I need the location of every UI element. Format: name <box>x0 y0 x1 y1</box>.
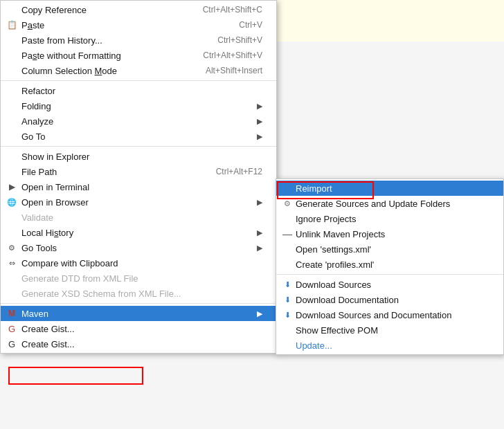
menu-shortcut-copy-ref: Ctrl+Alt+Shift+C <box>203 5 262 15</box>
menu-item-gen-dtd: Generate DTD from XML File <box>1 271 276 286</box>
submenu-arrow-open-browser: ▶ <box>257 198 262 207</box>
menu-item-paste-no-format[interactable]: Paste without FormattingCtrl+Alt+Shift+V <box>1 48 276 63</box>
menu-item-label-show-explorer: Show in Explorer <box>21 152 262 162</box>
menu-item-label-gen-xsd: Generate XSD Schema from XML File... <box>21 289 262 299</box>
submenu-label-ignore-projects: Ignore Projects <box>296 214 493 224</box>
menu-shortcut-paste-history: Ctrl+Shift+V <box>217 35 262 45</box>
submenu-item-reimport[interactable]: Reimport <box>276 181 503 196</box>
menu-separator <box>1 146 276 147</box>
menu-item-label-go-tools: Go Tools <box>21 243 250 253</box>
clipboard-icon: 📋 <box>4 20 19 30</box>
browser-icon: 🌐 <box>4 198 19 207</box>
submenu-item-open-settings[interactable]: Open 'settings.xml' <box>276 241 503 257</box>
menu-shortcut-paste-no-format: Ctrl+Alt+Shift+V <box>203 51 262 60</box>
menu-shortcut-column-select: Alt+Shift+Insert <box>206 66 262 75</box>
submenu-arrow-folding: ▶ <box>257 102 262 111</box>
menu-item-paste[interactable]: 📋PasteCtrl+V <box>1 17 276 33</box>
submenu-label-download-sources: Download Sources <box>296 280 493 290</box>
menu-item-label-open-browser: Open in Browser <box>21 197 250 208</box>
submenu-arrow-analyze: ▶ <box>257 117 262 126</box>
background-editor-area <box>269 0 504 42</box>
menu-item-goto[interactable]: Go To▶ <box>1 129 276 144</box>
menu-item-label-maven: Maven <box>21 309 250 319</box>
submenu-label-create-profiles: Create 'profiles.xml' <box>296 259 493 270</box>
submenu-label-download-docs: Download Documentation <box>296 295 493 305</box>
menu-separator <box>1 303 276 304</box>
menu-item-label-open-terminal: Open in Terminal <box>21 182 262 192</box>
submenu-item-update[interactable]: Update... <box>276 338 503 353</box>
menu-separator <box>1 80 276 81</box>
context-menu: Copy ReferenceCtrl+Alt+Shift+C📋PasteCtrl… <box>0 0 277 354</box>
menu-item-label-folding: Folding <box>21 101 250 111</box>
menu-item-label-column-select: Column Selection Mode <box>21 66 185 76</box>
menu-item-copy-ref[interactable]: Copy ReferenceCtrl+Alt+Shift+C <box>1 2 276 17</box>
menu-item-label-create-gist1: Create Gist... <box>21 324 262 334</box>
menu-item-label-paste: Paste <box>21 20 218 30</box>
menu-item-analyze[interactable]: Analyze▶ <box>1 113 276 129</box>
submenu-arrow-go-tools: ▶ <box>257 244 262 253</box>
menu-item-file-path[interactable]: File PathCtrl+Alt+F12 <box>1 164 276 179</box>
menu-item-refactor[interactable]: Refactor <box>1 83 276 98</box>
menu-item-validate: Validate <box>1 210 276 225</box>
menu-item-column-select[interactable]: Column Selection ModeAlt+Shift+Insert <box>1 63 276 78</box>
menu-item-label-copy-ref: Copy Reference <box>21 5 182 15</box>
terminal-icon: ▶ <box>4 182 19 192</box>
menu-item-label-paste-history: Paste from History... <box>21 35 197 46</box>
submenu-item-gen-sources[interactable]: ⚙Generate Sources and Update Folders <box>276 196 503 211</box>
menu-item-paste-history[interactable]: Paste from History...Ctrl+Shift+V <box>1 33 276 48</box>
gist-red-icon: G <box>4 324 19 334</box>
submenu-item-unlink-maven[interactable]: —Unlink Maven Projects <box>276 226 503 241</box>
menu-item-label-analyze: Analyze <box>21 116 250 127</box>
compare-icon: ⇔ <box>4 259 19 268</box>
submenu-separator <box>276 274 503 275</box>
submenu-item-show-pom[interactable]: Show Effective POM <box>276 322 503 338</box>
submenu-label-reimport: Reimport <box>296 183 493 194</box>
submenu-item-download-docs[interactable]: ⬇Download Documentation <box>276 292 503 307</box>
menu-item-create-gist1[interactable]: GCreate Gist... <box>1 321 276 336</box>
menu-item-local-history[interactable]: Local History▶ <box>1 225 276 240</box>
menu-shortcut-paste: Ctrl+V <box>239 20 262 30</box>
submenu-arrow-goto: ▶ <box>257 132 262 141</box>
maven-highlight-outline <box>8 367 143 385</box>
menu-item-gen-xsd: Generate XSD Schema from XML File... <box>1 286 276 301</box>
submenu-arrow-local-history: ▶ <box>257 228 262 237</box>
submenu-item-ignore-projects[interactable]: Ignore Projects <box>276 211 503 226</box>
generate-icon: ⚙ <box>280 199 295 208</box>
submenu-item-download-sources[interactable]: ⬇Download Sources <box>276 277 503 292</box>
menu-item-label-file-path: File Path <box>21 167 195 177</box>
menu-item-folding[interactable]: Folding▶ <box>1 98 276 113</box>
submenu-arrow-maven: ▶ <box>257 309 262 318</box>
menu-item-open-terminal[interactable]: ▶Open in Terminal <box>1 179 276 194</box>
download-icon: ⬇ <box>280 311 295 320</box>
menu-item-label-gen-dtd: Generate DTD from XML File <box>21 273 262 284</box>
submenu-label-download-both: Download Sources and Documentation <box>296 310 493 320</box>
submenu-item-create-profiles[interactable]: Create 'profiles.xml' <box>276 257 503 272</box>
tools-icon: ⚙ <box>4 244 19 253</box>
menu-item-label-goto: Go To <box>21 131 250 142</box>
menu-shortcut-file-path: Ctrl+Alt+F12 <box>216 167 262 176</box>
menu-item-label-validate: Validate <box>21 212 262 223</box>
download-icon: ⬇ <box>280 295 295 304</box>
menu-item-go-tools[interactable]: ⚙Go Tools▶ <box>1 240 276 255</box>
menu-item-maven[interactable]: MMaven▶ <box>1 306 276 321</box>
menu-item-create-gist2[interactable]: GCreate Gist... <box>1 336 276 352</box>
gist-dark-icon: G <box>4 339 19 349</box>
menu-item-open-browser[interactable]: 🌐Open in Browser▶ <box>1 194 276 210</box>
submenu-label-gen-sources: Generate Sources and Update Folders <box>296 199 493 209</box>
menu-item-label-paste-no-format: Paste without Formatting <box>21 51 182 61</box>
maven-submenu: Reimport⚙Generate Sources and Update Fol… <box>276 179 504 355</box>
menu-item-label-refactor: Refactor <box>21 86 262 96</box>
submenu-label-update: Update... <box>296 340 493 351</box>
menu-item-label-local-history: Local History <box>21 228 250 238</box>
dash-icon: — <box>280 228 295 239</box>
maven-icon: M <box>4 309 19 318</box>
menu-item-show-explorer[interactable]: Show in Explorer <box>1 149 276 164</box>
submenu-label-show-pom: Show Effective POM <box>296 325 493 336</box>
submenu-item-download-both[interactable]: ⬇Download Sources and Documentation <box>276 307 503 322</box>
menu-item-label-create-gist2: Create Gist... <box>21 339 262 349</box>
menu-item-label-compare-clipboard: Compare with Clipboard <box>21 258 262 268</box>
submenu-label-unlink-maven: Unlink Maven Projects <box>296 229 493 239</box>
download-icon: ⬇ <box>280 280 295 289</box>
submenu-label-open-settings: Open 'settings.xml' <box>296 244 493 255</box>
menu-item-compare-clipboard[interactable]: ⇔Compare with Clipboard <box>1 255 276 271</box>
